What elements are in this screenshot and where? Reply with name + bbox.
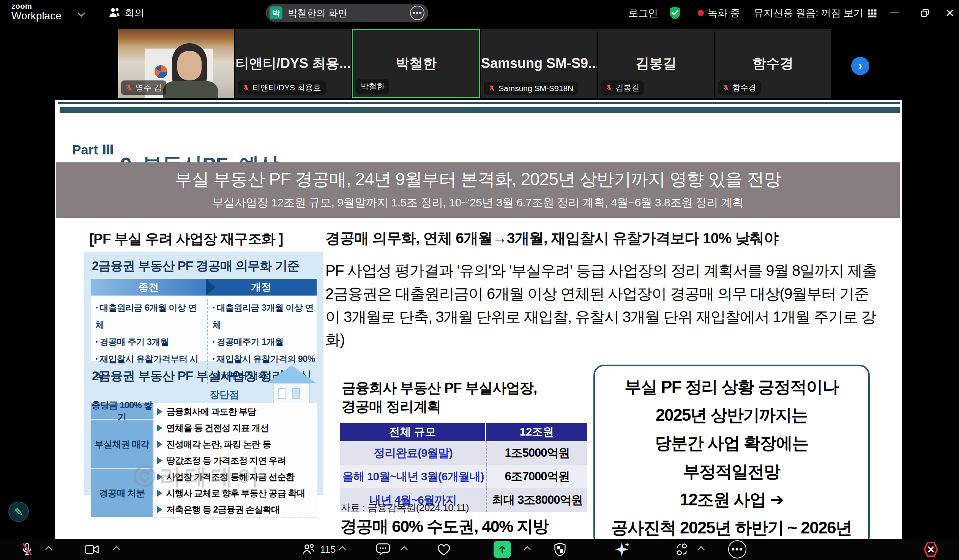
muted-mic-icon (20, 542, 34, 557)
ai-sparkle-icon (615, 541, 630, 557)
plan-table-title: 금융회사 부동산 PF 부실사업장, 경공매 정리계획 (342, 379, 537, 416)
screen-share-pill[interactable]: 박 박철한의 화면 ••• (266, 4, 428, 22)
participant-name-tag: 영주 김 (121, 80, 166, 95)
arrow-right-icon (206, 279, 216, 296)
ai-companion-button[interactable] (615, 539, 630, 560)
shared-presentation-slide: Part Ⅲ 9. 부동산PF_예상 부실 부동산 PF 경공매, 24년 9월… (55, 100, 902, 539)
chevron-up-icon (698, 546, 704, 553)
workspace-menu-toggle[interactable] (79, 0, 84, 26)
view-button[interactable]: 보기 (844, 0, 878, 26)
reactions-button[interactable] (436, 539, 451, 560)
participants-button[interactable]: 115 (302, 539, 336, 560)
camera-icon (84, 543, 99, 556)
region-split-note: 경공매 60% 수도권, 40% 지방 (341, 515, 548, 538)
leave-meeting-button[interactable] (922, 539, 939, 560)
share-screen-button[interactable] (494, 539, 511, 560)
shared-screen-title: 박철한의 화면 (288, 7, 405, 19)
headline-line1: 부실 부동산 PF 경공매, 24년 9월부터 본격화, 2025년 상반기까지… (56, 168, 900, 191)
login-button[interactable]: 로그인 (628, 0, 658, 26)
slide-part-label: Part Ⅲ (72, 142, 114, 158)
video-button[interactable] (84, 539, 99, 560)
table-row: 올해 10월~내년 3월(6개월내) 6조7000억원 (340, 465, 587, 488)
video-tile-park-cheolhan-active[interactable]: 박철한 박철한 (352, 29, 480, 98)
method-point: 진성매각 논란, 파킹 논란 등 (154, 436, 317, 453)
news-watermark: ⓒ리테데이 (134, 462, 263, 492)
muted-mic-icon (126, 84, 132, 91)
pf-infographic: 2금융권 부동산 PF 경공매 의무화 기준 종전 개정 대출원리금 6개월 이… (84, 251, 323, 495)
headline-line2: 부실사업장 12조원 규모, 9월말까지 1.5조 정리, 10~'25년 3월… (56, 195, 900, 210)
security-badge[interactable] (669, 0, 681, 26)
headline-banner: 부실 부동산 PF 경공매, 24년 9월부터 본격화, 2025년 상반기까지… (56, 162, 900, 218)
plan-table: 전체 규모 12조원 정리완료(9월말) 1조5000억원 올해 10월~내년 … (340, 423, 587, 512)
slide-accent-bar (60, 107, 900, 113)
apps-button[interactable] (675, 539, 689, 560)
more-options-icon[interactable]: ••• (410, 6, 424, 20)
leave-hexagon-x-icon (922, 541, 939, 558)
security-button[interactable] (554, 539, 566, 560)
mic-button[interactable] (20, 539, 34, 560)
apps-icon (675, 542, 689, 556)
next-participants-button[interactable]: › (851, 57, 870, 75)
minimize-button[interactable] (885, 0, 903, 26)
chat-options-toggle[interactable] (401, 539, 406, 560)
chevron-right-icon: › (858, 58, 862, 73)
triangle-bullet-icon (157, 425, 162, 431)
pencil-icon: ✎ (14, 506, 23, 518)
video-tile-samsung[interactable]: Samsung SM-S9... Samsung SM-S918N (481, 29, 597, 98)
chat-button[interactable] (376, 539, 390, 560)
share-screen-icon (494, 541, 511, 558)
minimize-icon (890, 13, 898, 14)
outlook-box: 부실 PF 정리 상황 긍정적이나 2025년 상반기까지는 당분간 사업 확장… (593, 364, 870, 539)
participant-video-strip: 영주 김 티앤티/DYS 최용... 티앤티/DYS 최용호 박철한 박철한 S… (0, 26, 959, 100)
participant-name-tag: 박철한 (356, 79, 389, 94)
video-options-toggle[interactable] (114, 539, 119, 560)
apps-options-toggle[interactable] (699, 539, 704, 560)
paragraph-2: 2금융권은 대출원리금이 6개월 이상 연체된 사업장이 경공매 의무 대상(9… (325, 282, 878, 351)
chevron-up-icon (339, 546, 346, 553)
participant-name-tag: Samsung SM-S918N (484, 82, 578, 95)
video-tile-tnt-dys[interactable]: 티앤티/DYS 최용... 티앤티/DYS 최용호 (235, 29, 351, 98)
participant-name-tag: 함수경 (718, 80, 761, 95)
meeting-menu[interactable]: 회의 (108, 0, 144, 26)
chevron-up-icon (45, 546, 52, 553)
heart-icon (436, 542, 451, 556)
logo-text-workplace: Workplace (11, 11, 62, 21)
more-button[interactable]: ••• (728, 539, 746, 560)
recording-indicator[interactable]: 녹화 중 (698, 0, 740, 26)
participants-options-toggle[interactable] (340, 539, 345, 560)
participants-icon (302, 542, 315, 556)
meeting-toolbar: 115 (0, 539, 959, 560)
logo-text-zoom: zoom (11, 2, 62, 10)
column-header-new: 개정 (206, 279, 317, 296)
restore-button[interactable] (916, 0, 934, 26)
more-icon: ••• (728, 540, 746, 558)
header-total-value: 12조원 (486, 423, 587, 441)
infographic-title1: 2금융권 부동산 PF 경공매 의무화 기준 (92, 258, 299, 275)
recording-dot-icon (698, 10, 704, 16)
method-row-label: 부실채권 매각 (91, 420, 153, 468)
slide-accent-line (58, 102, 900, 104)
video-tile-ham-sugyeong[interactable]: 함수경 함수경 (715, 29, 831, 98)
muted-mic-icon (242, 84, 249, 91)
chat-icon (376, 542, 390, 556)
method-point: 금융회사에 과도한 부담 (154, 403, 317, 420)
column-header-old: 종전 (91, 279, 206, 296)
mic-options-toggle[interactable] (46, 539, 51, 560)
data-source: 자료 : 금융감독원(2024.10.11) (341, 501, 469, 514)
view-grid-icon (867, 8, 878, 18)
chevron-up-icon (524, 546, 530, 553)
video-tile-kim-bonggil[interactable]: 김봉길 김봉길 (598, 29, 714, 98)
company-logo (155, 65, 167, 78)
annotate-button[interactable]: ✎ (8, 501, 29, 522)
shield-icon (554, 542, 566, 557)
triangle-bullet-icon (157, 408, 162, 415)
avatar: 박 (269, 6, 282, 19)
comparison-panel: 대출원리금 6개월 이상 연체 경공매 주기 3개월 재입찰시 유찰가격부터 시… (91, 296, 317, 361)
table-row: 정리완료(9월말) 1조5000억원 (340, 441, 587, 465)
video-tile-yeongju-kim[interactable]: 영주 김 (118, 29, 234, 98)
original-sound-toggle[interactable]: 뮤지션용 원음: 꺼짐 (754, 0, 841, 26)
share-options-toggle[interactable] (525, 539, 530, 560)
plan-table-header: 전체 규모 12조원 (340, 423, 587, 441)
subhead-right: 경공매 의무화, 연체 6개월→3개월, 재입찰시 유찰가격보다 10% 낮춰야 (325, 228, 778, 248)
close-button[interactable]: ✕ (941, 0, 959, 26)
